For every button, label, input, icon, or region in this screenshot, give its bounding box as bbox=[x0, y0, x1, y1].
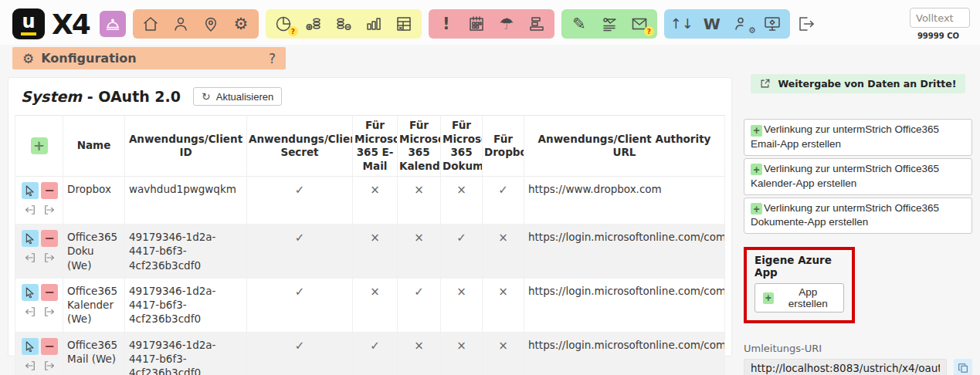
export-icon[interactable] bbox=[41, 249, 58, 266]
cell-name: Office365 Kalender (We) bbox=[63, 278, 125, 332]
cell-email-flag: ✓ bbox=[370, 339, 380, 353]
cell-client-id: 49179346-1d2a-4417-b6f3-4cf236b3cdf0 bbox=[125, 225, 247, 279]
cell-client-id: 49179346-1d2a-4417-b6f3-4cf236b3cdf0 bbox=[125, 278, 247, 332]
stacked-bars-icon[interactable] bbox=[527, 14, 546, 34]
cell-dokumente-flag: × bbox=[456, 339, 466, 353]
cell-authority-url: https://login.microsoftonline.com/common bbox=[524, 278, 725, 332]
section-header: System - OAuth 2.0 ↻ Aktualisieren bbox=[21, 87, 725, 106]
export-icon[interactable] bbox=[41, 303, 58, 320]
import-icon[interactable] bbox=[22, 303, 39, 320]
app-logo[interactable]: u bbox=[12, 8, 45, 39]
create-office365-kalender-app-button[interactable]: +Verlinkung zur untermStrich Office365 K… bbox=[744, 158, 972, 195]
delete-row-button[interactable]: − bbox=[41, 284, 58, 301]
col-m365-kalender: Für Microsoft 365 Kalender bbox=[398, 116, 441, 177]
select-row-button[interactable] bbox=[22, 284, 39, 301]
select-row-button[interactable] bbox=[22, 182, 39, 199]
page-title: Konfiguration bbox=[41, 51, 136, 66]
create-office365-email-app-button[interactable]: +Verlinkung zur untermStrich Office365 E… bbox=[744, 119, 972, 156]
calendar-icon[interactable] bbox=[467, 14, 486, 34]
data-sharing-notice-button[interactable]: Weitergabe von Daten an Dritte! bbox=[751, 74, 965, 93]
import-icon[interactable] bbox=[22, 357, 39, 374]
toolbar-group-general: ⚙ bbox=[133, 9, 259, 39]
cloche-icon bbox=[103, 14, 122, 34]
cell-kalender-flag: ✓ bbox=[414, 285, 424, 299]
add-entry-button[interactable]: + bbox=[31, 137, 48, 154]
col-client-secret: Anwendungs/Client Secret bbox=[247, 116, 353, 177]
page-header-bar[interactable]: ⚙ Konfiguration ? bbox=[12, 47, 286, 69]
cell-secret-flag: ✓ bbox=[295, 285, 305, 299]
delete-row-button[interactable]: − bbox=[41, 182, 58, 199]
own-azure-app-title: Eigene Azure App bbox=[754, 254, 844, 279]
export-icon[interactable] bbox=[41, 201, 58, 218]
table-row: − Office365 Kalender (We) 49179346-1d2a-… bbox=[15, 278, 725, 332]
home-icon[interactable] bbox=[141, 14, 160, 34]
table-row: − Office365 Mail (We) 49179346-1d2a-4417… bbox=[15, 332, 725, 375]
cell-email-flag: × bbox=[370, 183, 380, 197]
external-link-icon bbox=[759, 78, 771, 90]
sort-arrows-icon[interactable]: ↑↓ bbox=[673, 14, 691, 34]
approval-flag-icon[interactable] bbox=[600, 14, 619, 34]
bar-chart-icon[interactable] bbox=[365, 14, 383, 34]
cell-name: Dropbox bbox=[63, 177, 125, 225]
table-row: − Dropbox wavhdud1pwgwqkm ✓ × × × ✓ http… bbox=[15, 177, 725, 225]
import-icon[interactable] bbox=[22, 201, 39, 218]
col-client-id: Anwendungs/Client ID bbox=[125, 116, 247, 177]
spreadsheet-icon[interactable] bbox=[395, 14, 413, 34]
cell-secret-flag: ✓ bbox=[295, 231, 305, 245]
exclamation-icon[interactable]: ! bbox=[437, 14, 456, 34]
delete-row-button[interactable]: − bbox=[41, 338, 58, 355]
mail-icon[interactable]: ? bbox=[630, 14, 649, 34]
col-m365-email: Für Microsoft 365 E-Mail bbox=[353, 116, 398, 177]
plus-icon: + bbox=[751, 203, 762, 215]
logout-icon[interactable] bbox=[797, 14, 816, 34]
delete-row-button[interactable]: − bbox=[41, 230, 58, 247]
plus-icon: + bbox=[763, 292, 774, 304]
toolbar-group-tools: ↑↓ W ⚙ bbox=[664, 9, 790, 39]
cell-authority-url: https://login.microsoftonline.com/common bbox=[524, 225, 725, 279]
cell-client-id: wavhdud1pwgwqkm bbox=[125, 177, 247, 225]
contacts-icon[interactable] bbox=[171, 14, 190, 34]
app-version-logo: X4 bbox=[52, 8, 90, 40]
expense-coins-icon[interactable] bbox=[334, 14, 353, 34]
select-row-button[interactable] bbox=[22, 338, 39, 355]
umbrella-icon[interactable]: ☂ bbox=[497, 14, 516, 34]
cell-authority-url: https://www.dropbox.com bbox=[524, 177, 725, 225]
redirect-uri-input[interactable] bbox=[744, 359, 947, 375]
cell-dokumente-flag: × bbox=[456, 285, 466, 299]
location-pin-icon[interactable] bbox=[202, 14, 220, 34]
cell-email-flag: × bbox=[370, 285, 380, 299]
income-coins-icon[interactable] bbox=[304, 14, 323, 34]
question-badge: ? bbox=[288, 26, 298, 36]
user-settings-icon[interactable]: ⚙ bbox=[733, 14, 751, 34]
copy-icon bbox=[957, 362, 969, 374]
export-icon[interactable] bbox=[41, 357, 58, 374]
cell-kalender-flag: × bbox=[414, 183, 424, 197]
copy-uri-button[interactable] bbox=[954, 359, 972, 375]
cell-dropbox-flag: × bbox=[498, 231, 508, 245]
service-menu-button[interactable] bbox=[100, 11, 126, 37]
redirect-uri-label: Umleitungs-URI bbox=[744, 343, 972, 354]
settings-gear-icon[interactable]: ⚙ bbox=[232, 14, 250, 34]
toolbar-group-time: ! ☂ bbox=[429, 9, 554, 39]
help-icon[interactable]: ? bbox=[269, 51, 276, 66]
azure-app-highlight-box: Eigene Azure App + App erstellen bbox=[744, 247, 855, 323]
logo-underline bbox=[21, 32, 36, 35]
section-title-rest: - OAuth 2.0 bbox=[82, 88, 181, 105]
create-app-button[interactable]: + App erstellen bbox=[754, 283, 844, 312]
select-row-button[interactable] bbox=[22, 230, 39, 247]
import-icon[interactable] bbox=[22, 249, 39, 266]
pie-chart-icon[interactable]: ? bbox=[274, 14, 293, 34]
refresh-button[interactable]: ↻ Aktualisieren bbox=[193, 87, 282, 106]
cell-dokumente-flag: ✓ bbox=[456, 231, 466, 245]
word-export-icon[interactable]: W bbox=[703, 14, 721, 34]
user-code: 99999 CO bbox=[917, 32, 959, 40]
cell-client-id: 49179346-1d2a-4417-b6f3-4cf236b3cdf0 bbox=[125, 332, 247, 375]
pencil-icon[interactable]: ✎ bbox=[570, 14, 588, 34]
cell-dropbox-flag: × bbox=[498, 285, 508, 299]
top-toolbar: u X4 ⚙ ? bbox=[0, 0, 980, 45]
remote-desktop-icon[interactable] bbox=[763, 14, 782, 34]
fulltext-search-input[interactable] bbox=[910, 8, 970, 28]
plus-icon: + bbox=[751, 125, 762, 137]
create-office365-dokumente-app-button[interactable]: +Verlinkung zur untermStrich Office365 D… bbox=[744, 198, 972, 235]
col-m365-dokumente: Für Microsoft 365 Dokumente bbox=[441, 116, 483, 177]
